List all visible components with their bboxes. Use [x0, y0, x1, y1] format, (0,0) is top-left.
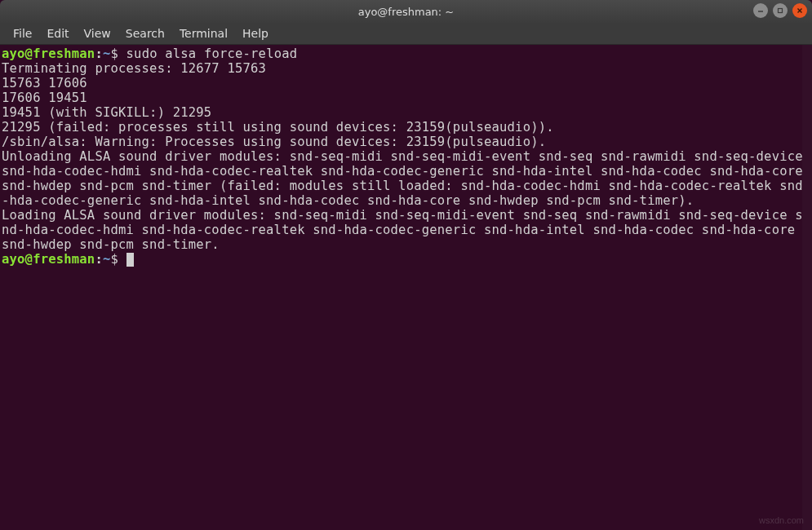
output-line: 21295 (failed: processes still using sou… [2, 120, 810, 135]
prompt-symbol: $ [110, 252, 118, 267]
close-button[interactable] [792, 3, 807, 18]
maximize-button[interactable] [773, 3, 788, 18]
terminal-body[interactable]: ayo@freshman:~$ sudo alsa force-reload T… [0, 45, 812, 530]
close-icon [796, 7, 803, 14]
output-line: 15763 17606 [2, 76, 810, 91]
menu-help[interactable]: Help [236, 24, 275, 42]
output-line: Loading ALSA sound driver modules: snd-s… [2, 208, 810, 252]
watermark: wsxdn.com [759, 515, 804, 525]
window-title: ayo@freshman: ~ [358, 6, 455, 18]
prompt-symbol: $ [110, 46, 118, 61]
command-text: sudo alsa force-reload [126, 46, 298, 61]
prompt-user-host: ayo@freshman [2, 252, 95, 267]
output-line: /sbin/alsa: Warning: Processes using sou… [2, 135, 810, 149]
terminal-window: ayo@freshman: ~ File Edit View Search Te… [0, 0, 812, 530]
maximize-icon [777, 7, 783, 14]
prompt-colon: : [95, 46, 103, 61]
prompt-line-2: ayo@freshman:~$ [2, 252, 810, 267]
prompt-colon: : [95, 252, 103, 267]
window-controls [753, 3, 807, 18]
output-line: Unloading ALSA sound driver modules: snd… [2, 149, 810, 208]
menu-view[interactable]: View [78, 24, 118, 42]
minimize-icon [757, 7, 764, 14]
scrollbar[interactable] [802, 45, 812, 530]
prompt-user-host: ayo@freshman [2, 46, 95, 61]
cursor [126, 253, 134, 267]
menu-search[interactable]: Search [119, 24, 171, 42]
output-line: 19451 (with SIGKILL:) 21295 [2, 105, 810, 120]
menu-file[interactable]: File [7, 24, 38, 42]
menubar: File Edit View Search Terminal Help [0, 23, 812, 45]
minimize-button[interactable] [753, 3, 768, 18]
output-line: Terminating processes: 12677 15763 [2, 61, 810, 76]
titlebar: ayo@freshman: ~ [0, 0, 812, 23]
prompt-line-1: ayo@freshman:~$ sudo alsa force-reload [2, 46, 810, 61]
output-line: 17606 19451 [2, 91, 810, 105]
menu-edit[interactable]: Edit [40, 24, 75, 42]
menu-terminal[interactable]: Terminal [173, 24, 234, 42]
svg-rect-1 [779, 9, 783, 13]
